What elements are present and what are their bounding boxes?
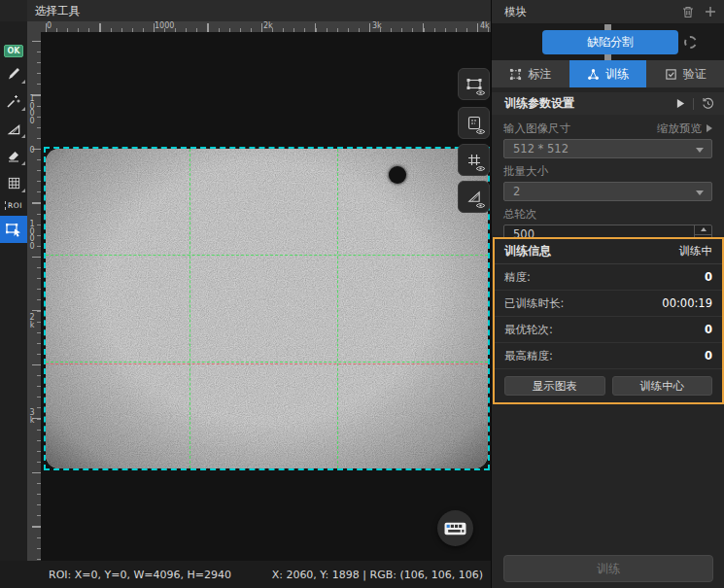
training-params-header: 训练参数设置 [492, 92, 724, 115]
magic-wand-icon [6, 93, 21, 109]
batch-size-select[interactable]: 2 [503, 182, 712, 201]
module-title: 模块 [504, 5, 527, 19]
ruler-corner [27, 21, 41, 32]
batch-size-label: 批量大小 [503, 164, 548, 179]
input-size-select[interactable]: 512 * 512 [503, 139, 712, 158]
batch-size-value: 2 [513, 185, 520, 198]
titlebar-corner [0, 0, 27, 21]
toggle-grid-visibility-button[interactable] [458, 144, 490, 176]
ruler-label: 3k [28, 409, 36, 424]
virtual-keyboard-button[interactable] [437, 510, 473, 546]
eraser-tool-button[interactable] [0, 144, 27, 167]
horizontal-ruler: 0 1000 2k 3k 4k [41, 21, 491, 32]
chevron-down-icon [696, 148, 704, 153]
module-tabs: 标注 训练 验证 [492, 60, 724, 87]
tool-sidebar: OK ROI [0, 21, 27, 561]
spin-up-button[interactable] [695, 225, 711, 235]
best-epoch-label: 最优轮次: [504, 323, 553, 337]
training-info-section: 训练信息 训练中 精度: 0 已训练时长: 00:00:19 最优轮次: 0 最… [493, 237, 724, 404]
training-center-button[interactable]: 训练中心 [612, 376, 713, 396]
best-epoch-value: 0 [705, 323, 712, 336]
expand-triangle-icon [707, 124, 712, 132]
info-row-top-accuracy: 最高精度: 0 [495, 343, 722, 369]
arrow-up-icon [701, 227, 707, 231]
ruler-label: 1000 [155, 21, 174, 30]
show-chart-button[interactable]: 显示图表 [504, 376, 605, 396]
ruler-label: 0 [28, 147, 36, 155]
train-button-disabled[interactable]: 训练 [503, 555, 713, 582]
defect-segmentation-node[interactable]: 缺陷分割 [542, 30, 678, 54]
magic-wand-tool-button[interactable] [0, 89, 27, 113]
eye-icon [475, 89, 486, 96]
tool-titlebar: 选择工具 [0, 0, 491, 21]
accuracy-label: 精度: [504, 270, 531, 285]
tab-annotation[interactable]: 标注 [492, 60, 569, 87]
ruler-label: 0 [47, 21, 52, 30]
toggle-annotation-visibility-button[interactable] [458, 68, 490, 100]
dropdown-corner-icon [21, 189, 25, 192]
polygon-tool-button[interactable] [0, 117, 27, 140]
roi-tool-button[interactable]: ROI [0, 196, 27, 214]
info-row-best-epoch: 最优轮次: 0 [495, 317, 722, 343]
input-size-label: 输入图像尺寸 [503, 121, 570, 136]
zoom-preview-label: 缩放预览 [657, 121, 702, 136]
ruler-label: 4k [480, 21, 490, 30]
image-canvas[interactable] [41, 32, 491, 561]
grid-tool-button[interactable] [0, 171, 27, 194]
ok-badge: OK [4, 45, 23, 57]
add-module-icon[interactable] [705, 6, 716, 17]
ruler-label: 1000 [28, 95, 36, 124]
trash-icon[interactable] [681, 5, 695, 18]
tab-validation[interactable]: 验证 [646, 60, 724, 87]
info-row-accuracy: 精度: 0 [495, 264, 722, 291]
tab-training[interactable]: 训练 [569, 60, 647, 87]
brush-tool-button[interactable] [0, 62, 27, 86]
workspace: 选择工具 OK ROI [0, 0, 491, 588]
cursor-position-text: X: 2060, Y: 1898 | RGB: (106, 106, 106) [272, 569, 483, 581]
ruler-label: 1000 [28, 221, 36, 250]
module-header: 模块 [492, 0, 724, 23]
toggle-mask-visibility-button[interactable] [458, 181, 490, 213]
tab-label: 验证 [683, 66, 707, 83]
ruler-label: 3k [372, 21, 382, 30]
eye-icon [475, 165, 486, 172]
zoom-preview-link[interactable]: 缩放预览 [657, 121, 712, 136]
input-size-value: 512 * 512 [513, 142, 569, 156]
node-connector-bottom [604, 53, 611, 60]
training-network-icon [587, 68, 600, 81]
training-info-title: 训练信息 [504, 243, 551, 259]
top-accuracy-value: 0 [705, 349, 712, 363]
toggle-label-visibility-button[interactable] [458, 107, 490, 139]
history-restore-icon[interactable] [702, 97, 714, 110]
loading-spinner-icon [684, 36, 697, 49]
ok-confirm-button[interactable]: OK [0, 39, 27, 62]
training-params-title: 训练参数设置 [504, 95, 574, 112]
divider [693, 98, 694, 110]
dropdown-corner-icon [21, 107, 25, 111]
rect-select-tool-button[interactable] [0, 216, 27, 243]
active-tool-title: 选择工具 [35, 4, 80, 18]
dropdown-corner-icon [21, 161, 25, 165]
info-row-duration: 已训练时长: 00:00:19 [495, 291, 722, 317]
top-accuracy-label: 最高精度: [504, 349, 553, 363]
total-epochs-label: 总轮次 [503, 207, 537, 222]
tab-label: 训练 [605, 66, 629, 83]
validation-check-icon [665, 68, 677, 81]
training-params-body: 输入图像尺寸 缩放预览 512 * 512 批量大小 2 总轮次 [492, 115, 724, 235]
brush-icon [6, 66, 21, 82]
play-icon[interactable] [676, 98, 685, 109]
dropdown-corner-icon [21, 134, 25, 138]
tab-label: 标注 [528, 66, 551, 83]
vertical-ruler: 1000 0 1000 2k 3k [27, 32, 41, 561]
roi-tool-label: ROI [5, 201, 22, 210]
accuracy-value: 0 [705, 270, 712, 284]
keyboard-icon [444, 522, 466, 536]
dropdown-corner-icon [21, 80, 25, 84]
status-bar: ROI: X=0, Y=0, W=4096, H=2940 X: 2060, Y… [0, 561, 491, 588]
roi-selection-border[interactable] [44, 147, 490, 470]
polygon-icon [7, 121, 21, 136]
chevron-down-icon [696, 190, 704, 195]
eraser-icon [6, 148, 21, 163]
module-flow-graph: 缺陷分割 [492, 23, 724, 60]
training-status-badge: 训练中 [679, 244, 713, 259]
